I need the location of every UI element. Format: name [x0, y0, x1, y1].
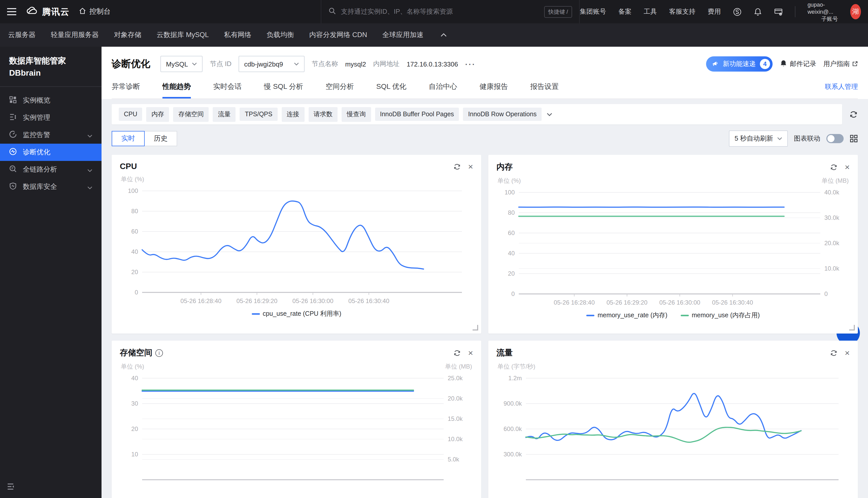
console-settings-icon[interactable]	[774, 8, 783, 15]
unit-right-label: 单位 (MB)	[821, 177, 849, 185]
tencent-cloud-logo[interactable]: 腾讯云	[25, 6, 69, 17]
account-info[interactable]: gupao-weixin@... 子账号	[807, 1, 838, 22]
home-icon	[79, 7, 86, 16]
svg-text:0: 0	[824, 290, 828, 297]
bell-icon[interactable]	[754, 8, 762, 16]
services-nav-item[interactable]: 轻量应用服务器	[51, 30, 99, 40]
topbar-link[interactable]: 备案	[618, 7, 631, 16]
more-actions[interactable]: ···	[465, 60, 476, 68]
services-nav-item[interactable]: 云服务器	[8, 30, 36, 40]
sidebar-item-5[interactable]: 数据库安全	[0, 178, 102, 195]
node-name-value: mysql2	[345, 60, 366, 68]
metrics-bar: CPU内存存储空间流量TPS/QPS连接请求数慢查询InnoDB Buffer …	[112, 104, 842, 124]
services-nav-item[interactable]: 内容分发网络 CDN	[310, 30, 367, 40]
tab-1[interactable]: 性能趋势	[162, 75, 191, 99]
page-header: 诊断优化 MySQL 节点 ID cdb-jwgi2bq9 节点名称 mysql…	[102, 47, 868, 99]
metric-pill-0[interactable]: CPU	[119, 108, 142, 121]
resize-handle[interactable]	[473, 325, 478, 330]
topbar-link[interactable]: 费用	[708, 7, 721, 16]
svg-text:05-26 16:28:40: 05-26 16:28:40	[181, 298, 221, 304]
user-guide-link[interactable]: 用户指南	[823, 60, 858, 68]
chevron-up-icon[interactable]	[441, 33, 447, 37]
close-icon[interactable]: ×	[468, 349, 473, 357]
refresh-icon[interactable]	[453, 349, 461, 357]
svg-text:60: 60	[131, 228, 138, 235]
contacts-manage-link[interactable]: 联系人管理	[825, 82, 858, 91]
metric-pill-4[interactable]: TPS/QPS	[240, 108, 277, 121]
mail-record-link[interactable]: 邮件记录	[780, 59, 816, 69]
svg-text:40: 40	[131, 375, 138, 381]
metric-pill-9[interactable]: InnoDB Row Operations	[463, 108, 542, 121]
tab-7[interactable]: 健康报告	[479, 75, 508, 99]
tab-4[interactable]: 空间分析	[326, 75, 354, 99]
workflow-icon[interactable]	[733, 8, 741, 16]
metric-pill-2[interactable]: 存储空间	[173, 107, 209, 121]
chart-actions: ×	[830, 349, 850, 357]
chart-card-head: 流量×	[497, 348, 850, 358]
new-features-button[interactable]: 新功能速递 4	[706, 56, 773, 71]
svg-text:0: 0	[135, 289, 138, 296]
global-search[interactable]: 支持通过实例ID、IP、名称等搜索资源 快捷键 /	[321, 0, 580, 23]
tab-0[interactable]: 异常诊断	[112, 75, 140, 99]
metric-pill-7[interactable]: 慢查询	[342, 107, 371, 121]
close-icon[interactable]: ×	[845, 163, 850, 172]
sidebar-item-2[interactable]: 监控告警	[0, 127, 102, 144]
legend-item[interactable]: cpu_use_rate (CPU 利用率)	[251, 310, 341, 318]
list-icon	[9, 113, 17, 122]
refresh-icon[interactable]	[830, 163, 838, 171]
services-nav-item[interactable]: 全球应用加速	[382, 30, 424, 40]
services-nav-item[interactable]: 负载均衡	[267, 30, 294, 40]
services-nav-item[interactable]: 对象存储	[114, 30, 141, 40]
collapse-sidebar-icon[interactable]	[7, 483, 16, 492]
topbar-link[interactable]: 集团账号	[580, 7, 606, 16]
refresh-icon[interactable]	[849, 110, 858, 119]
info-icon[interactable]: i	[155, 349, 163, 357]
chart-actions: ×	[453, 349, 473, 357]
svg-text:100: 100	[128, 187, 138, 194]
chart-title: 存储空间i	[120, 348, 163, 358]
chart-link-toggle[interactable]	[826, 134, 844, 143]
unit-row: 单位 (%)	[120, 175, 473, 184]
metric-pill-6[interactable]: 请求数	[308, 107, 338, 121]
unit-row: 单位 (%)单位 (MB)	[120, 363, 473, 371]
services-nav-item[interactable]: 云数据库 MySQL	[157, 30, 209, 40]
grid-layout-icon[interactable]	[850, 134, 858, 143]
legend-item[interactable]: memory_use (内存占用)	[681, 311, 760, 320]
console-link[interactable]: 控制台	[79, 7, 111, 16]
auto-refresh-select[interactable]: 5 秒自动刷新	[729, 130, 788, 147]
sidebar: 数据库智能管家 DBbrain 实例概览实例管理监控告警诊断优化全链路分析数据库…	[0, 47, 102, 498]
close-icon[interactable]: ×	[468, 162, 473, 171]
svg-text:5.0k: 5.0k	[448, 456, 459, 463]
metric-pill-1[interactable]: 内存	[146, 107, 169, 121]
menu-icon[interactable]	[7, 8, 16, 15]
view-toggle-0[interactable]: 实时	[112, 131, 145, 146]
engine-select[interactable]: MySQL	[160, 56, 203, 72]
topbar-link[interactable]: 工具	[644, 7, 657, 16]
avatar[interactable]: 湖	[850, 4, 861, 19]
svg-text:80: 80	[508, 209, 515, 216]
metric-pill-3[interactable]: 流量	[213, 107, 236, 121]
services-nav-item[interactable]: 私有网络	[224, 30, 251, 40]
refresh-icon[interactable]	[830, 349, 838, 357]
refresh-icon[interactable]	[453, 163, 461, 170]
sidebar-item-0[interactable]: 实例概览	[0, 92, 102, 109]
tab-6[interactable]: 自治中心	[429, 75, 457, 99]
sidebar-item-4[interactable]: 全链路分析	[0, 161, 102, 178]
close-icon[interactable]: ×	[845, 349, 850, 357]
metric-pill-5[interactable]: 连接	[281, 107, 304, 121]
sidebar-item-3[interactable]: 诊断优化	[0, 144, 102, 161]
view-toggle-1[interactable]: 历史	[144, 131, 177, 146]
svg-text:10.0k: 10.0k	[448, 435, 463, 442]
metric-pill-8[interactable]: InnoDB Buffer Pool Pages	[375, 108, 459, 121]
tab-8[interactable]: 报告设置	[530, 75, 558, 99]
topbar-link[interactable]: 客服支持	[669, 7, 695, 16]
node-id-select[interactable]: cdb-jwgi2bq9	[239, 56, 305, 72]
chart-title: 内存	[497, 162, 513, 173]
resize-handle[interactable]	[849, 325, 855, 330]
legend-item[interactable]: memory_use_rate (内存)	[586, 311, 667, 320]
sidebar-item-1[interactable]: 实例管理	[0, 109, 102, 127]
tab-3[interactable]: 慢 SQL 分析	[264, 75, 303, 99]
metrics-expand-chevron[interactable]	[547, 113, 552, 116]
tab-5[interactable]: SQL 优化	[377, 75, 407, 99]
tab-2[interactable]: 实时会话	[213, 75, 241, 99]
